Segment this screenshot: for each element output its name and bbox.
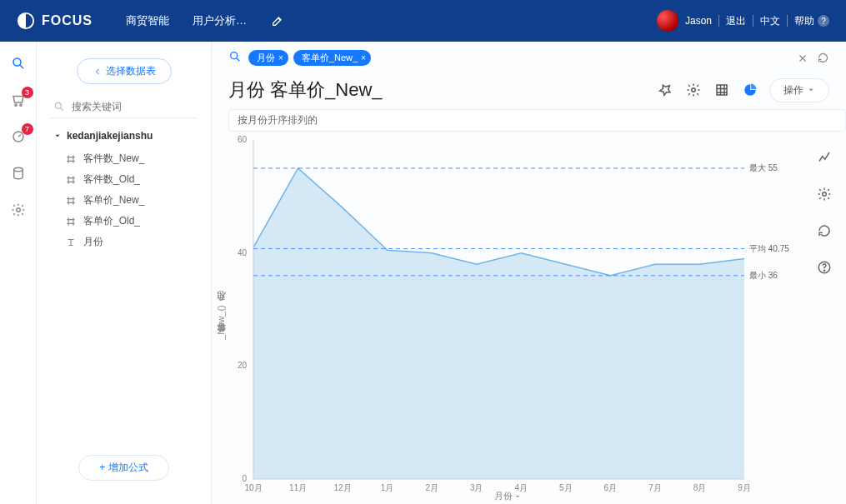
brand-logo-icon [17, 12, 35, 30]
pill-close-icon[interactable]: × [278, 53, 283, 62]
svg-text:最大 55: 最大 55 [749, 163, 778, 172]
svg-point-1 [13, 58, 21, 66]
chart-tools [803, 132, 846, 504]
svg-text:20: 20 [238, 361, 248, 370]
area-chart[interactable]: 020406010月11月12月1月2月3月4月5月6月7月8月9月最大 55平… [212, 132, 803, 504]
tree-item[interactable]: 客单价_Old_ [53, 211, 199, 232]
rail-dashboard-icon[interactable]: 7 [10, 128, 27, 145]
svg-point-9 [692, 88, 696, 92]
svg-text:2月: 2月 [425, 483, 438, 492]
svg-text:9月: 9月 [738, 483, 751, 492]
svg-text:5月: 5月 [559, 483, 573, 492]
table-icon[interactable] [713, 81, 731, 99]
edit-icon[interactable] [270, 13, 285, 28]
reset-icon[interactable] [815, 222, 833, 240]
caret-down-icon [53, 132, 62, 140]
svg-point-3 [19, 104, 21, 106]
main-area: 月份×客单价_New_× 月份 客单价_New_ [212, 42, 846, 504]
svg-text:3月: 3月 [470, 483, 483, 492]
search-icon [53, 101, 65, 112]
icon-rail: 3 7 [0, 42, 37, 504]
svg-point-37 [823, 270, 824, 271]
tree-item-label: 客单价_New_ [83, 193, 144, 207]
svg-text:10月: 10月 [244, 483, 262, 492]
refresh-icon[interactable] [816, 52, 829, 65]
chart-type-icon[interactable] [741, 81, 759, 99]
clear-icon[interactable] [796, 52, 809, 65]
svg-text:最小 36: 最小 36 [749, 271, 778, 280]
chevron-left-icon [93, 67, 103, 77]
number-field-icon [65, 195, 77, 207]
x-axis-label[interactable]: 月份 [494, 490, 521, 502]
svg-point-35 [823, 192, 827, 197]
tree-item[interactable]: 客件数_New_ [53, 148, 199, 169]
pill-label: 月份 [257, 52, 275, 64]
chart-settings-icon[interactable] [815, 185, 833, 203]
select-data-button[interactable]: 选择数据表 [77, 58, 172, 84]
pin-icon[interactable] [656, 81, 674, 99]
brand-text: FOCUS [42, 13, 93, 28]
rail-badge-1: 7 [22, 123, 33, 135]
pill-label: 客单价_New_ [302, 52, 358, 64]
svg-text:1月: 1月 [381, 483, 394, 492]
title-row: 月份 客单价_New_ 操作 [212, 71, 846, 106]
tree-item-label: 客件数_Old_ [83, 172, 140, 187]
svg-point-7 [55, 102, 61, 108]
logout-link[interactable]: 退出 [726, 14, 746, 28]
rail-settings-icon[interactable] [10, 202, 27, 218]
tree-item[interactable]: 月份 [53, 232, 199, 252]
nav-item-trade[interactable]: 商贸智能 [126, 13, 169, 28]
svg-point-5 [13, 167, 23, 172]
tree-item[interactable]: 客件数_Old_ [53, 169, 199, 190]
chevron-down-icon [807, 86, 815, 94]
nav-item-user-analytics[interactable]: 用户分析… [193, 13, 247, 28]
query-pill[interactable]: 月份× [248, 50, 288, 66]
operation-button[interactable]: 操作 [769, 78, 829, 102]
side-search-input[interactable] [50, 96, 198, 118]
svg-text:60: 60 [238, 135, 248, 144]
add-formula-button[interactable]: + 增加公式 [78, 455, 168, 481]
svg-text:40: 40 [238, 248, 248, 257]
svg-text:6月: 6月 [604, 483, 618, 492]
svg-point-8 [231, 52, 238, 59]
chart-area: 客单价_New_(总和) 月份 020406010月11月12月1月2月3月4月… [212, 132, 803, 504]
rail-database-icon[interactable] [10, 165, 27, 182]
tree-item-label: 月份 [83, 235, 103, 249]
svg-text:0: 0 [242, 474, 247, 483]
rail-cart-icon[interactable]: 3 [10, 92, 27, 108]
gear-icon[interactable] [684, 81, 703, 99]
tree-item-label: 客单价_Old_ [83, 214, 140, 228]
chevron-down-icon [218, 297, 225, 303]
rail-badge-0: 3 [22, 87, 33, 98]
svg-text:7月: 7月 [648, 483, 662, 492]
svg-point-2 [14, 104, 16, 106]
svg-text:11月: 11月 [289, 483, 307, 492]
tree-group[interactable]: kedanjiakejianshu [53, 130, 199, 142]
help-link[interactable]: 帮助 ? [794, 14, 829, 28]
svg-rect-10 [717, 85, 727, 95]
side-panel: 选择数据表 kedanjiakejianshu 客件数_New_客件数_Old_… [37, 42, 212, 504]
number-field-icon [65, 174, 77, 186]
help-icon: ? [818, 15, 829, 27]
rail-search-icon[interactable] [10, 55, 27, 72]
top-header: FOCUS 商贸智能 用户分析… Jason 退出 中文 帮助 ? [0, 0, 846, 42]
lang-link[interactable]: 中文 [760, 14, 780, 28]
tree-item-label: 客件数_New_ [83, 152, 144, 166]
username: Jason [685, 15, 712, 27]
tree-item[interactable]: 客单价_New_ [53, 190, 199, 211]
brand[interactable]: FOCUS [17, 12, 93, 30]
avatar[interactable] [657, 10, 678, 32]
pill-close-icon[interactable]: × [361, 53, 366, 62]
svg-text:12月: 12月 [334, 483, 352, 492]
svg-text:平均 40.75: 平均 40.75 [749, 244, 789, 253]
sort-hint[interactable]: 按月份升序排列的 [228, 109, 846, 132]
text-field-icon [65, 237, 77, 248]
svg-point-6 [16, 208, 20, 212]
help-icon[interactable] [815, 258, 833, 277]
chevron-down-icon [514, 493, 521, 500]
number-field-icon [65, 216, 77, 227]
trendline-icon[interactable] [815, 148, 833, 167]
search-icon [228, 50, 242, 66]
query-pill[interactable]: 客单价_New_× [293, 50, 371, 66]
y-axis-label[interactable]: 客单价_New_(总和) [215, 297, 228, 340]
